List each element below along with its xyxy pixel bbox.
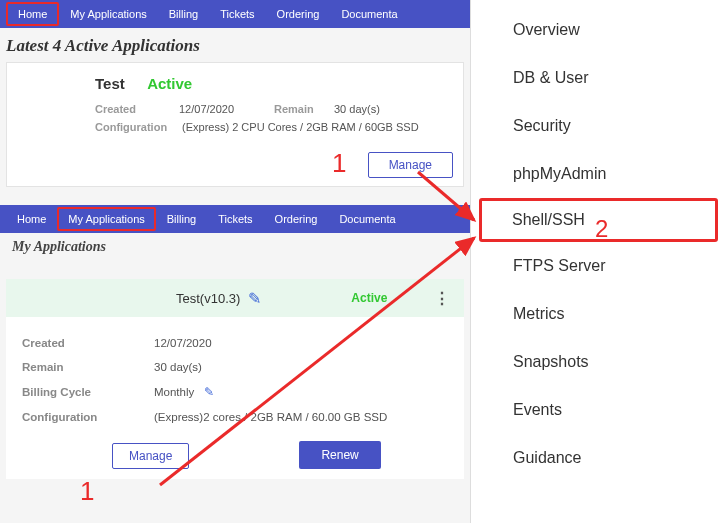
app2-created-lbl: Created — [22, 337, 154, 349]
section-title-latest: Latest 4 Active Applications — [0, 28, 470, 62]
nav1-ordering[interactable]: Ordering — [266, 0, 331, 28]
side-metrics-label: Metrics — [513, 305, 565, 322]
annotation-2: 2 — [595, 215, 608, 243]
nav1-ordering-label: Ordering — [277, 8, 320, 20]
annotation-1b: 1 — [80, 476, 94, 507]
nav2-tickets[interactable]: Tickets — [207, 205, 263, 233]
side-events[interactable]: Events — [471, 386, 726, 434]
app2-cycle-lbl: Billing Cycle — [22, 386, 154, 398]
manage-button-1[interactable]: Manage — [368, 152, 453, 178]
app1-status: Active — [147, 75, 192, 92]
side-ssh-label: Shell/SSH — [512, 211, 585, 228]
nav2-myapps-label: My Applications — [68, 213, 144, 225]
side-ftps-label: FTPS Server — [513, 257, 605, 274]
nav2-docs[interactable]: Documenta — [328, 205, 406, 233]
app2-header: Test(v10.3) ✎ Active ⋮ — [6, 279, 464, 317]
nav2-ordering-label: Ordering — [275, 213, 318, 225]
side-metrics[interactable]: Metrics — [471, 290, 726, 338]
edit-name-icon[interactable]: ✎ — [248, 289, 261, 308]
app1-config-val: (Express) 2 CPU Cores / 2GB RAM / 60GB S… — [182, 121, 419, 133]
app1-created-val: 12/07/2020 — [179, 103, 274, 115]
nav2-ordering[interactable]: Ordering — [264, 205, 329, 233]
side-security[interactable]: Security — [471, 102, 726, 150]
side-ftps[interactable]: FTPS Server — [471, 242, 726, 290]
side-overview[interactable]: Overview — [471, 6, 726, 54]
manage-button-2-label: Manage — [129, 449, 172, 463]
side-pma-label: phpMyAdmin — [513, 165, 606, 182]
side-panel: Overview DB & User Security phpMyAdmin S… — [470, 0, 726, 523]
side-guide[interactable]: Guidance — [471, 434, 726, 482]
annotation-1a: 1 — [332, 148, 346, 179]
side-pma[interactable]: phpMyAdmin — [471, 150, 726, 198]
side-events-label: Events — [513, 401, 562, 418]
edit-cycle-icon[interactable]: ✎ — [204, 385, 214, 399]
app2-remain-lbl: Remain — [22, 361, 154, 373]
app2-remain-val: 30 day(s) — [154, 361, 202, 373]
nav1-docs-label: Documenta — [341, 8, 397, 20]
nav2-docs-label: Documenta — [339, 213, 395, 225]
nav1-docs[interactable]: Documenta — [330, 0, 408, 28]
nav2-myapps[interactable]: My Applications — [57, 207, 155, 231]
nav2-home[interactable]: Home — [6, 205, 57, 233]
side-snaps[interactable]: Snapshots — [471, 338, 726, 386]
manage-button-1-label: Manage — [389, 158, 432, 172]
app-card-1: Test Active Created 12/07/2020 Remain 30… — [6, 62, 464, 187]
nav1-billing[interactable]: Billing — [158, 0, 209, 28]
side-overview-label: Overview — [513, 21, 580, 38]
nav2-billing[interactable]: Billing — [156, 205, 207, 233]
nav1-myapps-label: My Applications — [70, 8, 146, 20]
app2-status: Active — [351, 291, 387, 305]
nav1-home-label: Home — [18, 8, 47, 20]
renew-button-label: Renew — [321, 448, 358, 462]
top-navbar-2: Home My Applications Billing Tickets Ord… — [0, 205, 470, 233]
nav1-myapps[interactable]: My Applications — [59, 0, 157, 28]
app2-created-val: 12/07/2020 — [154, 337, 212, 349]
nav1-tickets-label: Tickets — [220, 8, 254, 20]
app1-created-lbl: Created — [95, 103, 179, 115]
app2-name: Test(v10.3) — [176, 291, 240, 306]
app2-config-val: (Express)2 cores / 2GB RAM / 60.00 GB SS… — [154, 411, 387, 423]
side-snaps-label: Snapshots — [513, 353, 589, 370]
nav2-tickets-label: Tickets — [218, 213, 252, 225]
section-title-myapps: My Applications — [0, 233, 470, 267]
more-icon[interactable]: ⋮ — [434, 289, 450, 308]
renew-button[interactable]: Renew — [299, 441, 380, 469]
side-db[interactable]: DB & User — [471, 54, 726, 102]
app2-cycle-val: Monthly — [154, 386, 194, 398]
top-navbar-1: Home My Applications Billing Tickets Ord… — [0, 0, 470, 28]
app2-config-lbl: Configuration — [22, 411, 154, 423]
nav2-home-label: Home — [17, 213, 46, 225]
side-security-label: Security — [513, 117, 571, 134]
app1-name: Test — [95, 75, 125, 92]
app1-remain-val: 30 day(s) — [334, 103, 380, 115]
nav1-billing-label: Billing — [169, 8, 198, 20]
app1-config-lbl: Configuration — [95, 121, 179, 133]
nav1-home[interactable]: Home — [6, 2, 59, 26]
app1-remain-lbl: Remain — [274, 103, 334, 115]
app-card-2: Test(v10.3) ✎ Active ⋮ Created 12/07/202… — [6, 279, 464, 479]
manage-button-2[interactable]: Manage — [112, 443, 189, 469]
side-db-label: DB & User — [513, 69, 589, 86]
nav2-billing-label: Billing — [167, 213, 196, 225]
side-guide-label: Guidance — [513, 449, 582, 466]
nav1-tickets[interactable]: Tickets — [209, 0, 265, 28]
